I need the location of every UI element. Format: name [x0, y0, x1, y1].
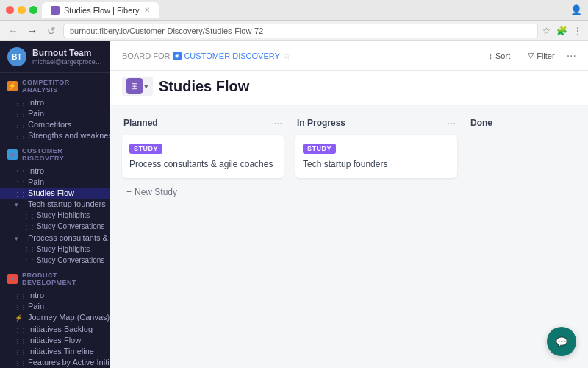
sidebar-item-label: Studies Flow: [28, 188, 74, 197]
sort-button[interactable]: ↕ Sort: [483, 49, 517, 63]
sidebar-item-label: Study Highlights: [37, 245, 90, 253]
sidebar-item-study-conversations-1[interactable]: Study Conversations: [0, 221, 110, 232]
new-study-button-planned[interactable]: + New Study: [122, 184, 284, 200]
tab-close-button[interactable]: ✕: [144, 6, 150, 14]
back-button[interactable]: ←: [6, 25, 21, 37]
sidebar-item-label: Features by Active Initiatives: [28, 358, 110, 367]
address-bar[interactable]: burnout.fibery.io/Customer-Discovery/Stu…: [63, 24, 538, 38]
sidebar-item-features[interactable]: Features by Active Initiatives: [0, 357, 110, 368]
traffic-lights: [6, 6, 37, 14]
competitor-section-label: COMPETITOR ANALYSIS: [22, 79, 103, 93]
sidebar-item-label: Intro: [28, 166, 44, 175]
column-title-in-progress: In Progress: [297, 118, 345, 128]
breadcrumb: BOARD FOR ◈ CUSTOMER DISCOVERY ☆: [122, 51, 291, 61]
sidebar-item-study-highlights-1[interactable]: Study Highlights: [0, 210, 110, 221]
grid-icon: [24, 244, 32, 253]
sidebar-item-label: Study Highlights: [37, 211, 90, 219]
breadcrumb-label: CUSTOMER DISCOVERY: [184, 52, 279, 60]
minimize-button[interactable]: [18, 6, 26, 14]
app-layout: BT Burnout Team michael@targetprocess.co…: [0, 41, 588, 368]
card-tech-startup[interactable]: STUDY Tech startup founders: [295, 135, 457, 178]
sidebar-section-competitor: ⚡ COMPETITOR ANALYSIS: [0, 73, 110, 96]
card-title: Process consultants & agile coaches: [129, 158, 276, 171]
sidebar-section-customer: ◈ CUSTOMER DISCOVERY: [0, 141, 110, 165]
sidebar-item-intro-competitor[interactable]: Intro: [0, 96, 110, 107]
column-header-planned: Planned ···: [122, 117, 284, 129]
card-process-consultants[interactable]: STUDY Process consultants & agile coache…: [122, 135, 284, 178]
forward-button[interactable]: →: [25, 25, 40, 37]
chat-icon: 💬: [556, 336, 567, 347]
sidebar-item-label: Initiatives Timeline: [28, 347, 94, 355]
extensions-icon[interactable]: 🧩: [556, 26, 567, 36]
breadcrumb-link[interactable]: ◈ CUSTOMER DISCOVERY: [173, 52, 279, 60]
sidebar-item-study-conversations-2[interactable]: Study Conversations: [0, 255, 110, 266]
column-more-planned[interactable]: ···: [273, 117, 282, 129]
sidebar-item-strengths[interactable]: Strengths and weaknesses: [0, 130, 110, 141]
browser-toolbar-icons: ☆ 🧩 ⋮: [542, 26, 582, 36]
breadcrumb-section-icon: ◈: [173, 52, 182, 60]
study-badge: STUDY: [303, 144, 336, 154]
favorite-star-icon[interactable]: ☆: [283, 51, 291, 61]
bookmark-icon[interactable]: ☆: [542, 26, 551, 36]
main-content: BOARD FOR ◈ CUSTOMER DISCOVERY ☆ ↕ Sort …: [110, 41, 588, 368]
sidebar-item-initiatives-backlog[interactable]: Initiatives Backlog: [0, 323, 110, 334]
grid-icon: [15, 358, 24, 367]
board-area: Planned ··· STUDY Process consultants & …: [110, 105, 588, 368]
sidebar-item-studies-flow[interactable]: Studies Flow: [0, 188, 110, 199]
view-arrow-icon: ▾: [144, 82, 148, 91]
board-column-in-progress: In Progress ··· STUDY Tech startup found…: [295, 117, 457, 184]
maximize-button[interactable]: [29, 6, 37, 14]
sidebar: BT Burnout Team michael@targetprocess.co…: [0, 41, 110, 368]
column-header-done: Done ···: [469, 117, 588, 129]
sidebar-item-label: Strengths and weaknesses: [28, 131, 110, 140]
chat-support-button[interactable]: 💬: [547, 327, 576, 356]
sidebar-item-study-highlights-2[interactable]: Study Highlights: [0, 244, 110, 255]
sidebar-item-label: Competitors: [28, 120, 71, 129]
tab-favicon: [51, 6, 60, 15]
more-options-icon[interactable]: ···: [567, 49, 576, 63]
grid-icon: [24, 222, 32, 231]
filter-label: Filter: [537, 52, 554, 60]
sidebar-item-pain-competitor[interactable]: Pain: [0, 107, 110, 118]
sidebar-item-intro-customer[interactable]: Intro: [0, 165, 110, 176]
refresh-button[interactable]: ↺: [44, 25, 59, 37]
grid-icon: [15, 325, 24, 333]
sidebar-item-label: Study Conversations: [37, 256, 104, 264]
column-more-in-progress[interactable]: ···: [447, 117, 456, 129]
sidebar-item-initiatives-flow[interactable]: Initiatives Flow: [0, 334, 110, 345]
team-name: Burnout Team: [32, 48, 103, 58]
team-info: Burnout Team michael@targetprocess.com: [32, 48, 103, 66]
grid-icon: [24, 211, 32, 220]
grid-icon: [15, 166, 24, 175]
toolbar-right: ↕ Sort ▽ Filter ···: [483, 48, 576, 63]
page-title: Studies Flow: [159, 78, 249, 95]
grid-icon: [15, 131, 24, 140]
sidebar-item-label: Pain: [28, 302, 44, 311]
sidebar-item-pain-product[interactable]: Pain: [0, 301, 110, 312]
board-column-done: Done ···: [469, 117, 588, 135]
sidebar-item-competitors[interactable]: Competitors: [0, 119, 110, 130]
browser-chrome: Studies Flow | Fibery ✕ 👤: [0, 0, 588, 21]
active-tab[interactable]: Studies Flow | Fibery ✕: [42, 2, 159, 18]
filter-button[interactable]: ▽ Filter: [522, 48, 560, 63]
grid-icon: [15, 188, 24, 197]
competitor-section-icon: ⚡: [7, 81, 18, 91]
sidebar-item-journey-map[interactable]: Journey Map (Canvas): [0, 312, 110, 323]
sidebar-item-initiatives-timeline[interactable]: Initiatives Timeline: [0, 346, 110, 357]
customer-section-icon: ◈: [7, 149, 18, 160]
product-section-label: PRODUCT DEVELOPMENT: [22, 272, 103, 286]
sidebar-item-process-consultants[interactable]: Process consultants & agile c...: [0, 233, 110, 244]
menu-icon[interactable]: ⋮: [573, 26, 582, 36]
sidebar-item-tech-startup[interactable]: Tech startup founders: [0, 199, 110, 210]
column-header-in-progress: In Progress ···: [295, 117, 457, 129]
close-button[interactable]: [6, 6, 14, 14]
team-email: michael@targetprocess.com: [32, 58, 103, 66]
sidebar-item-pain-customer[interactable]: Pain: [0, 176, 110, 187]
sort-label: Sort: [495, 52, 510, 60]
url-text: burnout.fibery.io/Customer-Discovery/Stu…: [70, 26, 263, 35]
tab-bar: Studies Flow | Fibery ✕: [42, 2, 566, 18]
view-selector[interactable]: ⊞ ▾: [122, 77, 153, 96]
grid-icon: [24, 256, 32, 265]
chevron-down-icon: [15, 199, 24, 208]
sidebar-item-intro-product[interactable]: Intro: [0, 289, 110, 300]
